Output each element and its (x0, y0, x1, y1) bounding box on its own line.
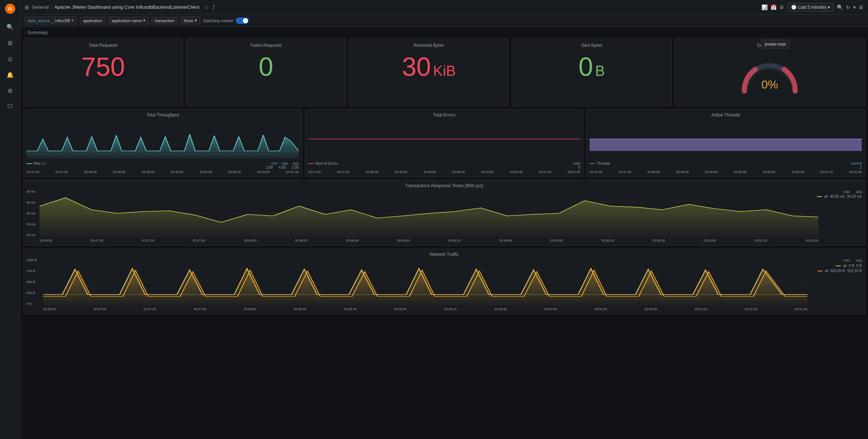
data-source-filter[interactable]: data_source _ InfluxDB ▾ (25, 17, 77, 24)
transaction-label: transaction (155, 19, 174, 23)
throughput-min-value: 2.00 (266, 165, 273, 169)
start-stop-toggle[interactable]: Start/stop marker (203, 17, 249, 24)
response-times-yaxis: 45 ms 40 ms 35 ms 30 ms 25 ms (26, 190, 37, 237)
total-requests-panel: Total Requests 750 (23, 38, 183, 106)
throughput-legend-line (26, 163, 32, 164)
failed-requests-title: Failed Requests (250, 43, 282, 48)
sent-bytes-unit: B (595, 63, 605, 78)
share-icon[interactable]: ⤴ (212, 4, 215, 10)
throughput-avg-value: 2.50 (292, 165, 298, 169)
network-traffic-title: Network Traffic (26, 252, 862, 257)
nt-legend-line2 (818, 271, 823, 271)
nt-legend-all1: all (843, 264, 847, 268)
topbar: ⊞ General / Apache JMeter Dashboard usin… (20, 0, 868, 15)
svg-text:0%: 0% (761, 78, 778, 91)
svg-rect-15 (590, 139, 862, 151)
transaction-filter[interactable]: transaction (152, 17, 178, 24)
chevron-down-icon: ▾ (828, 5, 830, 10)
throughput-legend-label: Req / s (34, 161, 45, 165)
errors-legend: Num of Errors (308, 161, 338, 165)
sidebar-item-alerting[interactable]: 🔔 (3, 67, 17, 82)
settings-icon[interactable]: ⚙ (780, 4, 784, 10)
transaction-value-filter[interactable]: None ▾ (181, 17, 200, 24)
data-source-label: data_source (28, 19, 50, 23)
data-source-value: InfluxDB (55, 19, 70, 23)
sidebar-item-search[interactable]: 🔍 (3, 20, 17, 34)
topbar-icons: 📊 📅 ⚙ 🕐 Last 5 minutes ▾ 🔍 ↻ ▾ 🖥 (761, 3, 864, 12)
main-content: ⊞ General / Apache JMeter Dashboard usin… (20, 0, 868, 439)
gauge-tooltip: jmeter.max (761, 40, 789, 49)
breadcrumb: General / Apache JMeter Dashboard using … (32, 4, 199, 10)
clock-icon: 🕐 (791, 5, 797, 10)
zoom-out-icon[interactable]: 🔍 (837, 4, 843, 10)
monitor-icon[interactable]: 🖥 (859, 4, 864, 10)
received-bytes-value: 30 KiB (402, 54, 456, 80)
gauge-chart: 0% (737, 57, 802, 100)
network-traffic-legend: max avg all 0 B 0 B all 820.00 B 512.50 … (818, 258, 862, 273)
stat-panels-row: Total Requests 750 Failed Requests 0 Rec… (23, 38, 865, 106)
nt-avg2: 512.50 B (847, 269, 862, 273)
breadcrumb-separator: / (51, 4, 52, 10)
application-label: application (83, 19, 102, 23)
throughput-legend: Req / s (26, 161, 45, 165)
throughput-stats: min max avg (272, 161, 299, 165)
filterbar: data_source _ InfluxDB ▾ application app… (20, 15, 868, 27)
network-traffic-xaxis: 20:46:50 20:47:00 20:47:20 20:47:40 20:4… (43, 307, 807, 311)
total-requests-value: 750 (81, 54, 125, 80)
total-throughput-title: Total Throughput (26, 112, 299, 118)
grafana-logo[interactable]: G (4, 3, 16, 15)
chevron-down-icon: ▾ (195, 18, 197, 23)
chart-panels-row: Total Throughput (23, 109, 865, 177)
sidebar-item-dashboards[interactable]: ⊞ (3, 36, 17, 50)
threads-stats: current (851, 161, 862, 165)
threads-legend-label: Threads (597, 161, 610, 165)
time-range-button[interactable]: 🕐 Last 5 minutes ▾ (787, 3, 834, 12)
throughput-max-value: 4.00 (279, 165, 286, 169)
throughput-max-label: max (282, 161, 289, 165)
response-times-panel: Transactions Response Times (95th pct) 4… (23, 180, 865, 246)
response-times-xaxis: 20:46:50 20:47:00 20:47:20 20:47:40 20:4… (40, 239, 818, 242)
data-source-separator: _ (51, 19, 54, 23)
sidebar-item-configuration[interactable]: ⚙ (3, 83, 17, 98)
nt-avg1: 0 B (856, 264, 862, 268)
sent-bytes-value: 0 B (578, 54, 605, 80)
time-range-label: Last 5 minutes (798, 5, 826, 10)
toggle-control[interactable] (236, 17, 249, 24)
error-rate-panel: Error Rate % jmeter.max 0% (674, 38, 865, 106)
breadcrumb-general[interactable]: General (32, 4, 49, 10)
network-traffic-yaxis: 1000 B 750 B 500 B 250 B 0 B (26, 258, 38, 305)
bar-chart-icon[interactable]: 📊 (761, 4, 768, 10)
sidebar-item-explore[interactable]: ◎ (3, 52, 17, 66)
application-name-filter[interactable]: application name ▾ (108, 17, 149, 24)
throughput-xaxis: 20:47:00 20:47:30 20:48:00 20:48:30 20:4… (26, 170, 299, 174)
total-requests-title: Total Requests (89, 43, 117, 48)
response-times-title: Transactions Response Times (95th pct) (26, 183, 862, 188)
network-traffic-panel: Network Traffic 1000 B 750 B 500 B 250 B… (23, 249, 865, 314)
errors-stats: total (573, 161, 580, 165)
star-icon[interactable]: ☆ (204, 4, 209, 10)
transaction-value-label: None (184, 19, 193, 23)
nt-max2: 820.00 B (831, 269, 845, 273)
rt-max-value: 40.85 ms (830, 194, 845, 198)
start-stop-label: Start/stop marker (203, 19, 233, 23)
received-bytes-panel: Received Bytes 30 KiB (349, 38, 509, 106)
throughput-footer: Req / s min max avg (26, 161, 299, 165)
nt-max1: 0 B (849, 264, 854, 268)
active-threads-panel: Active Threads Threads (586, 109, 865, 177)
total-errors-title: Total Errors (308, 112, 580, 118)
threads-xaxis: 20:47:00 20:47:30 20:48:00 20:48:30 20:4… (590, 170, 862, 174)
chevron-down-icon: ▾ (143, 18, 145, 23)
threads-current-value: 1 (860, 165, 862, 169)
summary-label: - Summary (23, 30, 865, 35)
refresh-icon[interactable]: ↻ (846, 4, 850, 10)
threads-legend-line (590, 163, 595, 164)
active-threads-title: Active Threads (590, 112, 862, 118)
sidebar: G 🔍 ⊞ ◎ 🔔 ⚙ 🛡 (0, 0, 20, 439)
chevron-down-icon[interactable]: ▾ (853, 4, 856, 10)
sidebar-item-shield[interactable]: 🛡 (3, 99, 17, 114)
svg-text:G: G (8, 6, 12, 12)
application-filter[interactable]: application (80, 17, 106, 24)
toggle-knob (243, 18, 248, 23)
dashboard-content: - Summary Total Requests 750 Failed Requ… (20, 27, 868, 439)
calendar-icon[interactable]: 📅 (770, 4, 777, 10)
